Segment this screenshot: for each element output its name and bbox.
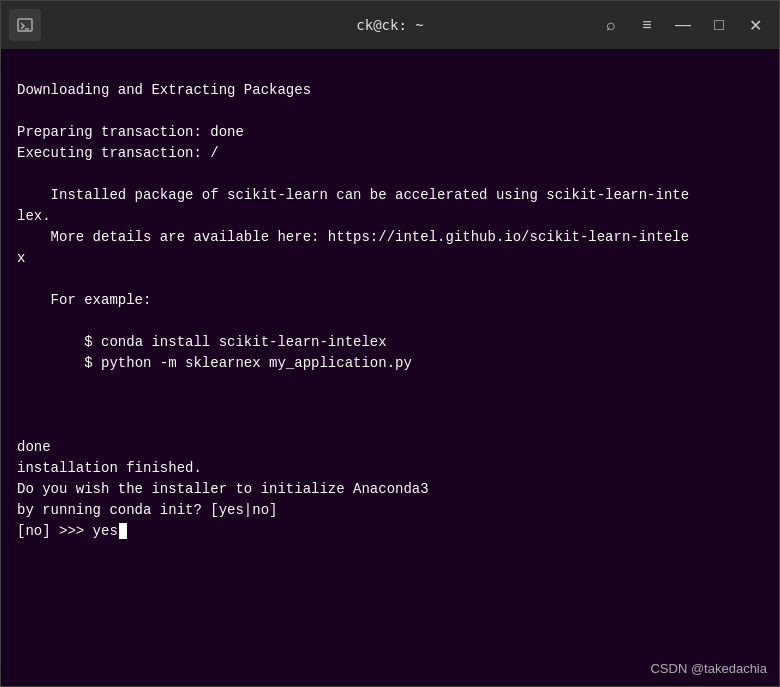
- window-title: ck@ck: ~: [356, 17, 423, 33]
- menu-button[interactable]: ≡: [631, 9, 663, 41]
- title-text: ck@ck: ~: [356, 17, 423, 33]
- title-bar: ck@ck: ~ ⌕ ≡ — □ ✕: [1, 1, 779, 49]
- terminal-window: ck@ck: ~ ⌕ ≡ — □ ✕ Downloading and Extra…: [0, 0, 780, 687]
- watermark: CSDN @takedachia: [650, 659, 767, 679]
- title-bar-left: [9, 9, 41, 41]
- search-button[interactable]: ⌕: [595, 9, 627, 41]
- close-button[interactable]: ✕: [739, 9, 771, 41]
- terminal-icon: [9, 9, 41, 41]
- maximize-button[interactable]: □: [703, 9, 735, 41]
- terminal-body[interactable]: Downloading and Extracting Packages Prep…: [1, 49, 779, 686]
- terminal-output: Downloading and Extracting Packages Prep…: [17, 59, 763, 542]
- terminal-cursor: [119, 523, 127, 539]
- minimize-button[interactable]: —: [667, 9, 699, 41]
- window-controls: ⌕ ≡ — □ ✕: [595, 9, 771, 41]
